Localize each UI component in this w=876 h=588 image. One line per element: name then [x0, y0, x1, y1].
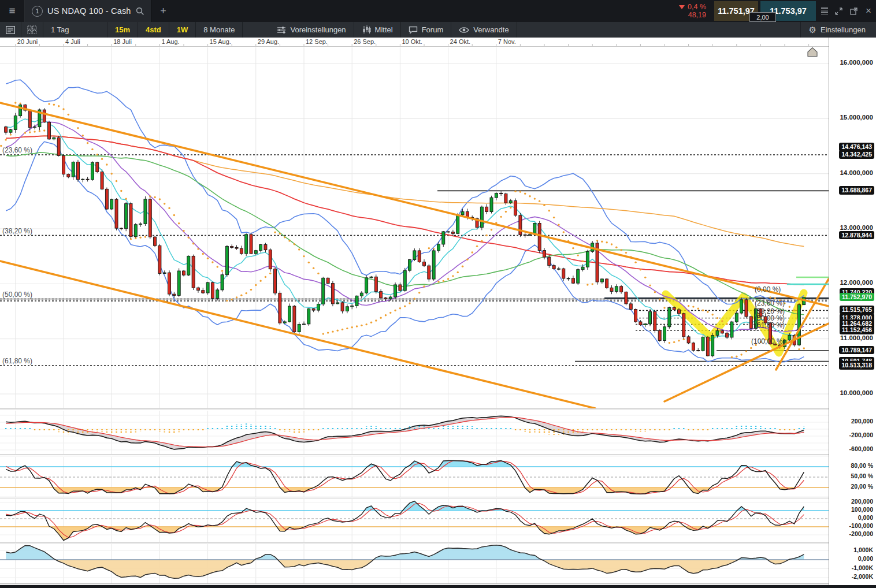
date-tick-label: 24 Okt. [450, 38, 470, 45]
price-badge: 10.789,147 [839, 346, 874, 355]
settings-button[interactable]: ⚙ Einstellungen [800, 22, 876, 38]
close-window-icon[interactable]: × [861, 0, 876, 22]
cci-tick-label: 0,000 [858, 514, 873, 521]
price-change: 0,4 % 48,19 [673, 0, 712, 22]
date-tick-label: 1 Aug. [161, 38, 179, 45]
popout-window-icon[interactable] [846, 0, 861, 22]
timeframe-current[interactable]: 1 Tag [43, 22, 107, 38]
stochastic-tick-label: 80,00 % [851, 462, 873, 469]
svg-text:(0,00 %): (0,00 %) [755, 285, 781, 293]
macd-tick-label: -600,000 [849, 445, 873, 452]
instrument-title: US NDAQ 100 - Cash [47, 6, 131, 16]
trading-app-window: ≡ 1 US NDAQ 100 - Cash + 0,4 % 48,19 11.… [0, 0, 876, 588]
eye-icon [459, 27, 469, 34]
price-badge: 10.513,318 [839, 361, 874, 370]
price-badge: 13.688,867 [839, 186, 874, 195]
spread-value: 2,00 [749, 12, 776, 22]
cci-tick-label: -100,000 [849, 522, 873, 529]
presets-label: Voreinstellungen [290, 25, 346, 34]
indicators-button[interactable]: Mittel [354, 22, 401, 38]
momentum-tick-label: 1,000K [853, 546, 873, 553]
presets-button[interactable]: Voreinstellungen [269, 22, 354, 38]
timeframe-4std[interactable]: 4std [138, 22, 169, 38]
change-absolute: 48,19 [688, 11, 706, 19]
range-display[interactable]: 8 Monate [196, 22, 243, 38]
price-tick-label: 10.000,000 [840, 389, 873, 396]
indicators-label: Mittel [375, 25, 393, 34]
forum-button[interactable]: Forum [401, 22, 452, 38]
speech-bubble-icon [409, 26, 418, 34]
svg-text:(61,80 %): (61,80 %) [755, 321, 785, 329]
macd-tick-label: 200,000 [851, 418, 873, 425]
timeframe-1w[interactable]: 1W [169, 22, 196, 38]
price-tick-label: 15.000,000 [840, 114, 873, 121]
svg-text:(23,60 %): (23,60 %) [2, 146, 32, 154]
sliders-icon [277, 26, 286, 34]
quote-menu-icon[interactable] [818, 0, 831, 22]
price-tick-label: 13.000,000 [840, 224, 873, 231]
price-axis[interactable]: 16.000,00015.000,00014.000,00013.000,000… [829, 38, 876, 585]
related-label: Verwandte [473, 25, 508, 34]
chart-toolbar: 1 Tag 15m 4std 1W 8 Monate Voreinstellun… [0, 22, 876, 38]
date-tick-label: 26 Sep. [354, 38, 376, 45]
momentum-tick-label: 0,000 [858, 555, 873, 562]
momentum-tick-label: -2,000K [852, 573, 873, 580]
chart-canvas[interactable]: 11 Apr.25 Apr.9 Mai23 Mai6 Juni20 Juni4 … [0, 38, 829, 585]
svg-text:(50,00 %): (50,00 %) [2, 291, 32, 299]
tab-number-badge: 1 [32, 6, 43, 17]
svg-text:(61,80 %): (61,80 %) [2, 357, 32, 365]
stochastic-tick-label: 50,00 % [851, 472, 873, 479]
down-triangle-icon [679, 5, 685, 9]
settings-label: Einstellungen [821, 25, 866, 34]
topbar-spacer [175, 0, 673, 22]
price-badge: 14.342,425 [839, 150, 874, 159]
cci-tick-label: 100,000 [851, 506, 873, 513]
price-tick-label: 11.000,000 [840, 334, 873, 341]
svg-text:(23,60 %): (23,60 %) [755, 299, 785, 307]
macd-tick-label: -200,000 [849, 431, 873, 438]
gear-icon: ⚙ [808, 25, 816, 35]
date-tick-label: 29 Aug. [258, 38, 279, 45]
candles-icon [362, 25, 371, 34]
cci-tick-label: 200,000 [851, 498, 873, 505]
layout-grid-icon[interactable] [21, 22, 43, 38]
price-tick-label: 16.000,000 [840, 59, 873, 66]
momentum-tick-label: -1,000K [852, 564, 873, 571]
order-panel-icon[interactable] [0, 22, 21, 38]
change-percent: 0,4 % [688, 3, 706, 11]
date-tick-label: 15 Aug. [210, 38, 231, 45]
hamburger-menu-icon[interactable]: ≡ [0, 0, 25, 22]
date-tick-label: 20 Juni [17, 38, 38, 45]
instrument-tab[interactable]: 1 US NDAQ 100 - Cash [25, 0, 152, 22]
top-bar: ≡ 1 US NDAQ 100 - Cash + 0,4 % 48,19 11.… [0, 0, 876, 22]
window-bottom-edge [0, 585, 876, 588]
svg-text:(38,20 %): (38,20 %) [2, 227, 32, 235]
price-tick-label: 14.000,000 [840, 169, 873, 176]
date-tick-label: 12 Sep. [306, 38, 328, 45]
price-badge: 12.878,944 [839, 231, 874, 240]
expand-window-icon[interactable] [831, 0, 846, 22]
price-tick-label: 12.000,000 [840, 279, 873, 286]
cci-tick-label: -200,000 [849, 530, 873, 537]
add-tab-button[interactable]: + [152, 0, 175, 22]
date-tick-label: 4 Juli [65, 38, 80, 45]
svg-text:(100,00 %): (100,00 %) [751, 337, 785, 345]
forum-label: Forum [422, 25, 444, 34]
related-button[interactable]: Verwandte [451, 22, 517, 38]
timeframe-15m[interactable]: 15m [107, 22, 138, 38]
date-tick-label: 7 Nov. [498, 38, 516, 45]
stochastic-tick-label: 20,00 % [851, 483, 873, 490]
price-badge: 11.515,765 [840, 306, 874, 314]
date-tick-label: 18 Juli [113, 38, 132, 45]
search-icon[interactable] [136, 7, 144, 16]
price-badge: 11.152,456 [840, 326, 874, 334]
current-price-badge: 11.752,970 [840, 293, 874, 302]
toolbar-spacer [517, 22, 801, 38]
date-tick-label: 10 Okt. [402, 38, 422, 45]
